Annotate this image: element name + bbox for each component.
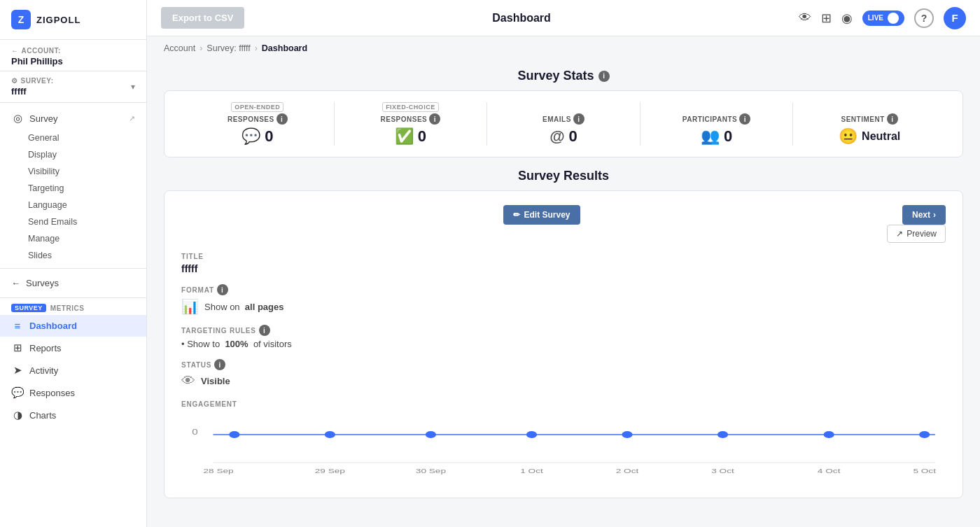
svg-text:3 Oct: 3 Oct	[711, 468, 735, 474]
svg-point-4	[426, 431, 436, 438]
nav-sub-targeting[interactable]: Targeting	[0, 180, 146, 197]
live-toggle[interactable]: LIVE	[862, 10, 904, 26]
title-field-label: TITLE	[181, 253, 946, 260]
breadcrumb-account[interactable]: Account	[164, 43, 195, 53]
external-link-icon: ↗	[129, 114, 135, 123]
main-area: Export to CSV Dashboard 👁 ⊞ ◉ LIVE ? F A…	[147, 0, 980, 527]
nav-sub-send-emails[interactable]: Send Emails	[0, 213, 146, 230]
chart-svg: 0 28 Sep 29 Sep	[181, 414, 946, 484]
edit-survey-button[interactable]: ✏ Edit Survey	[503, 205, 580, 225]
export-csv-button[interactable]: Export to CSV	[161, 7, 244, 29]
svg-point-9	[919, 431, 930, 438]
nav-item-responses[interactable]: 💬 Responses	[0, 381, 146, 404]
toggle-circle	[888, 13, 899, 24]
nav-sub-language[interactable]: Language	[0, 197, 146, 213]
dashboard-label: Dashboard	[29, 321, 77, 331]
nav-surveys-section: ← Surveys	[0, 269, 146, 298]
svg-text:0: 0	[192, 428, 197, 437]
grid-icon[interactable]: ⊞	[821, 10, 832, 26]
surveys-label: Surveys	[26, 278, 59, 288]
nav-item-surveys[interactable]: ← Surveys	[0, 273, 146, 293]
next-button[interactable]: Next ›	[902, 205, 946, 225]
survey-stats-info-icon[interactable]: i	[598, 71, 610, 82]
chat-icon: 💬	[241, 127, 260, 146]
help-button[interactable]: ?	[914, 8, 934, 28]
stat-info-icon-3[interactable]: i	[739, 113, 750, 125]
nav-sub-visibility[interactable]: Visibility	[0, 163, 146, 180]
eye-icon[interactable]: 👁	[799, 10, 811, 25]
format-text: Show on all pages	[204, 302, 284, 312]
stat-label-emails: EMAILS i	[542, 113, 584, 125]
nav-sub-slides[interactable]: Slides	[0, 247, 146, 264]
breadcrumb-sep-1: ›	[200, 43, 202, 53]
account-label: ← ACCOUNT:	[11, 47, 135, 55]
preview-button[interactable]: ↗ Preview	[887, 225, 946, 243]
nav-survey-section: ◎ Survey ↗ General Display Visibility Ta…	[0, 103, 146, 269]
bar-chart-icon: 📊	[181, 298, 199, 315]
checkbox-icon: ✅	[395, 127, 414, 146]
nav-item-dashboard[interactable]: ≡ Dashboard	[0, 315, 146, 337]
survey-nav-label: Survey	[29, 113, 57, 124]
content-area: Survey Stats i OPEN-ENDED RESPONSES i 💬 …	[147, 60, 980, 527]
nav-sub-display[interactable]: Display	[0, 146, 146, 163]
survey-metrics-section: SURVEY METRICS ≡ Dashboard ⊞ Reports ➤ A…	[0, 298, 146, 426]
survey-selector[interactable]: ⚙ SURVEY: fffff ▾	[0, 71, 146, 103]
logo-icon: Z	[11, 10, 31, 29]
svg-point-3	[325, 431, 335, 438]
stat-info-icon-0[interactable]: i	[276, 113, 288, 125]
at-icon: @	[550, 127, 564, 146]
reports-label: Reports	[29, 343, 62, 353]
nav-item-survey[interactable]: ◎ Survey ↗	[0, 107, 146, 129]
svg-text:2 Oct: 2 Oct	[616, 468, 640, 474]
svg-point-2	[229, 431, 239, 438]
format-field-label: FORMAT i	[181, 284, 946, 295]
nav-sub-general[interactable]: General	[0, 129, 146, 146]
stat-participants: – PARTICIPANTS i 👥 0	[640, 102, 794, 146]
engagement-chart: 0 28 Sep 29 Sep	[181, 414, 946, 484]
breadcrumb-survey[interactable]: Survey: fffff	[206, 43, 250, 53]
group-icon: 👥	[701, 127, 720, 146]
nav-item-charts[interactable]: ◑ Charts	[0, 404, 146, 426]
topbar: Export to CSV Dashboard 👁 ⊞ ◉ LIVE ? F	[147, 0, 980, 36]
stat-sentiment: – SENTIMENT i 😐 Neutral	[793, 102, 946, 146]
survey-results-title: Survey Results	[164, 169, 963, 183]
stat-info-icon-4[interactable]: i	[887, 113, 898, 125]
page-title: Dashboard	[253, 12, 790, 24]
breadcrumb: Account › Survey: fffff › Dashboard	[147, 36, 980, 60]
charts-label: Charts	[29, 410, 56, 421]
svg-point-5	[526, 431, 537, 438]
survey-badge: SURVEY	[11, 304, 46, 312]
nav-item-activity[interactable]: ➤ Activity	[0, 359, 146, 381]
title-field-value: fffff	[181, 263, 946, 274]
breadcrumb-current: Dashboard	[262, 43, 307, 53]
svg-text:1 Oct: 1 Oct	[520, 468, 544, 474]
chevron-right-icon: ›	[933, 210, 936, 220]
account-name: Phil Phillips	[11, 56, 135, 66]
format-info-icon[interactable]: i	[217, 284, 228, 295]
logo-text: ZIGPOLL	[36, 15, 80, 25]
stat-info-icon-2[interactable]: i	[573, 113, 584, 125]
stat-tag-open-ended: OPEN-ENDED	[231, 102, 284, 112]
status-field-label: STATUS i	[181, 359, 946, 370]
survey-stats-title: Survey Stats i	[164, 69, 963, 83]
targeting-text: • Show to 100% of visitors	[181, 339, 946, 349]
avatar[interactable]: F	[944, 7, 966, 29]
preview-row: ↗ Preview	[181, 225, 946, 243]
stat-open-ended: OPEN-ENDED RESPONSES i 💬 0	[181, 102, 335, 146]
nav-sub-manage[interactable]: Manage	[0, 230, 146, 247]
logo-section: Z ZIGPOLL	[0, 0, 146, 40]
responses-label: Responses	[29, 388, 75, 398]
external-preview-icon: ↗	[896, 229, 903, 239]
stats-card: OPEN-ENDED RESPONSES i 💬 0 FIXED-CHOICE …	[164, 90, 963, 157]
stat-info-icon-1[interactable]: i	[429, 113, 440, 125]
account-section: ← ACCOUNT: Phil Phillips	[0, 40, 146, 71]
circle-icon[interactable]: ◉	[841, 10, 853, 26]
status-eye-icon: 👁	[181, 373, 195, 389]
survey-label: ⚙ SURVEY:	[11, 77, 54, 85]
neutral-face-icon: 😐	[839, 127, 858, 146]
status-info-icon[interactable]: i	[214, 359, 225, 370]
breadcrumb-sep-2: ›	[255, 43, 258, 53]
nav-item-reports[interactable]: ⊞ Reports	[0, 337, 146, 359]
targeting-info-icon[interactable]: i	[259, 325, 270, 336]
stat-label-responses-fixed: RESPONSES i	[381, 113, 441, 125]
